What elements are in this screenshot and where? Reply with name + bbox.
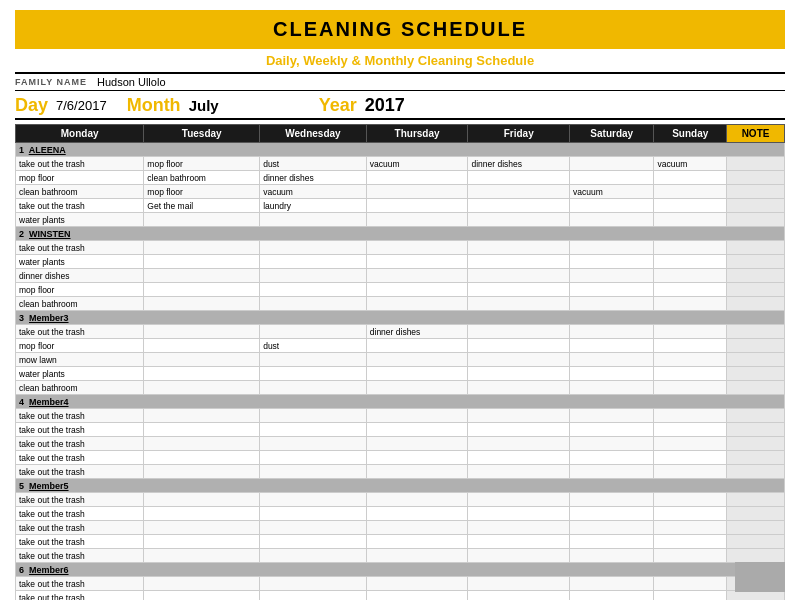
table-cell [727,535,785,549]
col-saturday: Saturday [570,125,654,143]
table-row: take out the trash [16,465,785,479]
table-cell [570,325,654,339]
table-row: mop floorclean bathroomdinner dishes [16,171,785,185]
table-cell [468,507,570,521]
table-cell [260,535,367,549]
table-cell [468,255,570,269]
col-friday: Friday [468,125,570,143]
table-cell [570,283,654,297]
family-name-value: Hudson Ullolo [97,76,165,88]
table-row: take out the trash [16,535,785,549]
table-cell [144,423,260,437]
table-cell: take out the trash [16,423,144,437]
table-cell [366,451,468,465]
table-cell [366,535,468,549]
table-cell [570,507,654,521]
table-cell [144,451,260,465]
table-cell [366,521,468,535]
table-cell [727,241,785,255]
member-row: 3 Member3 [16,311,785,325]
table-row: water plants [16,213,785,227]
table-cell [366,339,468,353]
table-cell [727,521,785,535]
table-row: mow lawn [16,353,785,367]
table-cell [366,591,468,601]
month-label: Month [127,95,181,116]
table-cell [570,535,654,549]
table-cell [727,297,785,311]
table-cell [727,465,785,479]
table-cell: mow lawn [16,353,144,367]
table-cell [366,549,468,563]
table-cell: mop floor [144,185,260,199]
table-cell [144,241,260,255]
table-cell [654,507,727,521]
table-cell [366,367,468,381]
table-cell [727,353,785,367]
table-cell [570,409,654,423]
table-cell [366,381,468,395]
table-cell [260,241,367,255]
table-cell [144,535,260,549]
table-cell [570,437,654,451]
table-cell: vacuum [570,185,654,199]
member-row: 6 Member6 [16,563,785,577]
table-row: take out the trash [16,423,785,437]
table-cell [654,171,727,185]
table-cell [727,381,785,395]
table-cell [654,255,727,269]
table-cell [654,437,727,451]
table-cell: Get the mail [144,199,260,213]
table-cell [654,297,727,311]
table-cell [144,353,260,367]
table-cell [727,451,785,465]
table-cell [260,493,367,507]
table-cell [468,171,570,185]
table-cell [570,255,654,269]
table-cell [727,157,785,171]
table-cell [260,283,367,297]
table-row: take out the trash [16,591,785,601]
table-cell: vacuum [654,157,727,171]
col-monday: Monday [16,125,144,143]
table-cell: take out the trash [16,507,144,521]
table-cell [468,213,570,227]
table-cell [654,493,727,507]
title-bar: CLEANING SCHEDULE [15,10,785,49]
table-cell [570,339,654,353]
table-row: take out the trash [16,493,785,507]
month-section: Month July [127,95,219,116]
table-cell [570,451,654,465]
table-cell [570,241,654,255]
table-cell [570,199,654,213]
col-thursday: Thursday [366,125,468,143]
table-cell [366,199,468,213]
table-cell: mop floor [16,283,144,297]
table-cell [654,353,727,367]
table-cell [468,269,570,283]
table-cell: take out the trash [16,157,144,171]
table-cell: vacuum [366,157,468,171]
member-row: 5 Member5 [16,479,785,493]
table-cell [144,213,260,227]
table-cell [144,507,260,521]
table-cell [654,591,727,601]
table-cell [260,521,367,535]
table-cell [654,521,727,535]
table-cell [260,353,367,367]
table-cell [144,409,260,423]
table-cell [468,241,570,255]
table-cell [468,493,570,507]
day-value: 7/6/2017 [56,98,107,113]
table-row: dinner dishes [16,269,785,283]
table-cell [366,171,468,185]
table-cell [366,577,468,591]
table-cell [654,339,727,353]
table-cell [144,465,260,479]
table-cell [654,381,727,395]
table-cell [727,213,785,227]
table-cell [366,283,468,297]
table-cell [260,213,367,227]
table-cell [727,255,785,269]
table-cell [468,521,570,535]
